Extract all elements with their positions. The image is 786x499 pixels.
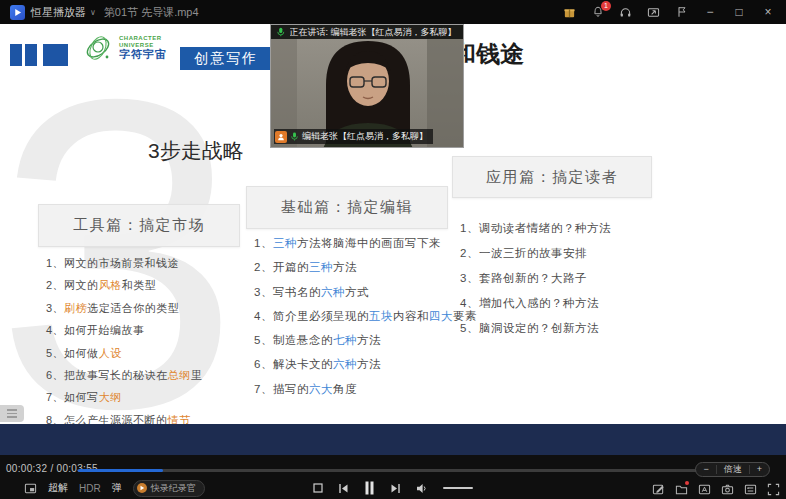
gift-icon[interactable] xyxy=(562,5,577,20)
tools-list: 1、网文的市场前景和钱途2、网文的风格和类型3、刷榜选定适合你的类型4、如何开始… xyxy=(46,256,202,450)
mini-window-icon[interactable] xyxy=(24,482,37,495)
participant-name-text: 编辑老张【红点易消，多私聊】 xyxy=(302,130,428,143)
list-item: 7、描写的六大角度 xyxy=(254,382,477,397)
speed-label[interactable]: 倍速 xyxy=(717,463,749,476)
side-panel-handle[interactable] xyxy=(0,405,24,422)
list-item: 6、解决卡文的六种方法 xyxy=(254,357,477,372)
list-item: 5、如何做人设 xyxy=(46,346,202,361)
basics-list: 1、三种方法将脑海中的画面写下来2、开篇的三种方法3、写书名的六种方式4、简介里… xyxy=(254,236,477,397)
webcam-overlay: 正在讲话: 编辑老张【红点易消，多私聊】； 编辑老张【红点易消，多私聊】 xyxy=(270,24,464,148)
player-window: 恒星播放器 ∨ 第01节 先导课.mp4 1 − □ × xyxy=(0,0,786,499)
playlist-icon[interactable] xyxy=(743,482,757,496)
video-file-name: 第01节 先导课.mp4 xyxy=(104,5,199,20)
list-item: 3、套路创新的？大路子 xyxy=(460,271,611,286)
minimize-button[interactable]: − xyxy=(702,5,718,19)
list-item: 4、如何开始编故事 xyxy=(46,323,202,338)
list-item: 7、如何写大纲 xyxy=(46,390,202,405)
previous-button[interactable] xyxy=(338,483,349,494)
list-item: 5、制造悬念的七种方法 xyxy=(254,333,477,348)
list-item: 2、网文的风格和类型 xyxy=(46,278,202,293)
deco-bar xyxy=(25,44,37,66)
seek-bar[interactable] xyxy=(78,469,706,472)
deco-bar xyxy=(10,44,22,66)
list-item: 1、调动读者情绪的？种方法 xyxy=(460,221,611,236)
super-resolution-button[interactable]: 超解 xyxy=(48,481,68,495)
list-item: 1、网文的市场前景和钱途 xyxy=(46,256,202,271)
strategy-title: 3步走战略 xyxy=(148,137,244,165)
speaking-banner: 正在讲话: 编辑老张【红点易消，多私聊】； xyxy=(271,25,463,39)
folder-alert-dot xyxy=(685,481,689,485)
section-title-application: 应用篇：搞定读者 xyxy=(452,156,652,198)
folder-icon[interactable] xyxy=(674,482,688,496)
list-item: 5、脑洞设定的？创新方法 xyxy=(460,321,611,336)
headset-icon[interactable] xyxy=(618,5,633,20)
app-name[interactable]: 恒星播放器 xyxy=(31,5,86,20)
next-button[interactable] xyxy=(390,483,401,494)
control-bar: 00:00:32 / 00:03:55 − 倍速 + 超解 HDR 弹 xyxy=(0,455,786,499)
speed-increase-button[interactable]: + xyxy=(750,463,769,476)
edit-note-icon[interactable] xyxy=(651,482,665,496)
cast-screen-icon[interactable] xyxy=(646,5,661,20)
brand-logo: CHARACTER UNIVERSE 字符宇宙 xyxy=(82,32,167,64)
section-title-basics: 基础篇：搞定编辑 xyxy=(246,186,448,229)
mic-on-icon xyxy=(276,26,286,38)
danmaku-button[interactable]: 弹 xyxy=(112,481,122,495)
logo-cn: 字符宇宙 xyxy=(119,49,167,61)
volume-slider[interactable] xyxy=(443,487,473,489)
host-person-icon xyxy=(275,131,287,143)
playback-speed-control: − 倍速 + xyxy=(695,462,770,477)
section-title-tools: 工具篇：搞定市场 xyxy=(38,204,240,247)
promo-label: 快录纪录官 xyxy=(151,482,196,495)
pause-button[interactable] xyxy=(364,481,375,495)
list-item: 2、开篇的三种方法 xyxy=(254,260,477,275)
seek-bar-fill xyxy=(78,469,163,472)
screenshot-camera-icon[interactable] xyxy=(720,482,734,496)
application-list: 1、调动读者情绪的？种方法2、一波三折的故事安排3、套路创新的？大路子4、增加代… xyxy=(460,221,611,336)
feedback-flag-icon[interactable] xyxy=(674,5,689,20)
speaking-banner-text: 正在讲话: 编辑老张【红点易消，多私聊】； xyxy=(290,26,458,39)
deco-bar xyxy=(43,44,68,66)
stop-button[interactable] xyxy=(313,483,323,493)
list-item: 3、写书名的六种方式 xyxy=(254,285,477,300)
hdr-button[interactable]: HDR xyxy=(79,483,101,494)
globe-swirl-icon xyxy=(82,32,114,64)
app-logo-icon xyxy=(10,5,25,20)
fullscreen-icon[interactable] xyxy=(766,482,780,496)
list-item: 4、简介里必须呈现的五块内容和四大要素 xyxy=(254,309,477,324)
volume-icon[interactable] xyxy=(416,483,428,494)
promo-icon xyxy=(137,483,147,493)
slide-footer-band xyxy=(0,424,786,455)
list-item: 3、刷榜选定适合你的类型 xyxy=(46,301,202,316)
list-item: 6、把故事写长的秘诀在总纲里 xyxy=(46,368,202,383)
list-item: 4、增加代入感的？种方法 xyxy=(460,296,611,311)
maximize-button[interactable]: □ xyxy=(731,5,747,19)
notification-badge: 1 xyxy=(601,1,611,11)
notification-bell-icon[interactable]: 1 xyxy=(590,5,605,20)
course-banner: 创意写作 xyxy=(180,47,272,70)
list-item: 2、一波三折的故事安排 xyxy=(460,246,611,261)
participant-name-label: 编辑老张【红点易消，多私聊】 xyxy=(274,129,433,144)
list-item: 1、三种方法将脑海中的画面写下来 xyxy=(254,236,477,251)
promo-pill-button[interactable]: 快录纪录官 xyxy=(133,480,205,497)
title-bar: 恒星播放器 ∨ 第01节 先导课.mp4 1 − □ × xyxy=(0,0,786,24)
mic-on-icon xyxy=(290,131,299,142)
subtitle-icon[interactable] xyxy=(697,482,711,496)
speed-decrease-button[interactable]: − xyxy=(696,463,715,476)
app-menu-caret-icon[interactable]: ∨ xyxy=(90,8,96,17)
close-button[interactable]: × xyxy=(760,5,776,19)
